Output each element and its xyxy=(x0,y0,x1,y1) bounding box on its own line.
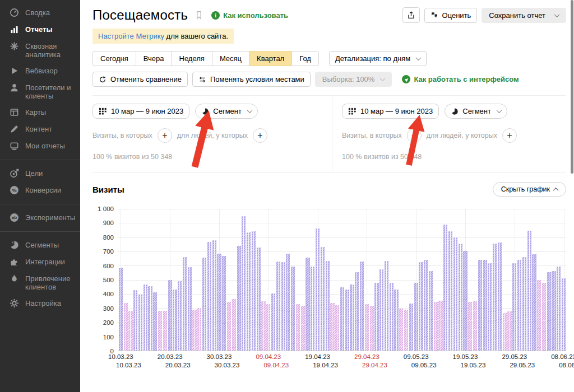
tab-месяц[interactable]: Месяц xyxy=(212,51,249,66)
sidebar-item-gear[interactable]: Настройка xyxy=(0,295,80,312)
sidebar-item-person[interactable]: Посетители и клиенты xyxy=(0,80,80,104)
x-tick-label: 29.04.23 xyxy=(354,353,379,360)
x-tick-label: 09.04.23 xyxy=(263,362,289,368)
weekend-bar xyxy=(195,310,197,351)
sidebar-divider xyxy=(0,160,80,160)
weekend-bar xyxy=(261,301,263,351)
bar-group xyxy=(212,209,217,351)
weekday-bar xyxy=(429,271,430,351)
sidebar-item-percent[interactable]: %Конверсии xyxy=(0,182,80,199)
weekday-bar xyxy=(175,290,177,351)
rate-button[interactable]: Оценить xyxy=(424,8,478,23)
sidebar-item-bar-chart[interactable]: Отчеты xyxy=(0,21,80,38)
cancel-compare-button[interactable]: Отменить сравнение xyxy=(92,72,188,87)
y-tick-label: 100 xyxy=(103,334,114,340)
weekend-bar xyxy=(505,313,507,351)
weekday-bar xyxy=(259,248,261,351)
tab-сегодня[interactable]: Сегодня xyxy=(92,51,136,66)
weekday-bar xyxy=(397,290,399,351)
x-tick-label: 30.03.23 xyxy=(207,353,232,360)
bar-group xyxy=(182,209,187,351)
add-people-condition-button[interactable]: + xyxy=(253,128,267,143)
weekday-bar xyxy=(138,295,140,351)
setup-metrica-link[interactable]: Настройте Метрику xyxy=(98,32,164,40)
tab-вчера[interactable]: Вчера xyxy=(136,51,172,66)
weekday-bar xyxy=(534,254,536,351)
weekend-bar xyxy=(441,301,443,351)
svg-text:%: % xyxy=(12,188,16,193)
weekday-bar xyxy=(525,257,526,351)
add-people-condition-button[interactable]: + xyxy=(502,128,517,143)
vertical-scrollbar[interactable] xyxy=(571,0,573,174)
sidebar-item-gauge[interactable]: Сводка xyxy=(0,4,80,21)
people-condition-label: для людей, у которых xyxy=(427,132,497,139)
sidebar-item-layout[interactable]: Карты xyxy=(0,104,80,121)
sampling-dropdown[interactable]: Выборка: 100% xyxy=(315,72,392,87)
bar-group xyxy=(276,209,281,351)
weekend-bar xyxy=(160,311,162,351)
hide-chart-button[interactable]: Скрыть график xyxy=(493,182,566,197)
sidebar-item-target[interactable]: Цели xyxy=(0,165,80,182)
weekday-bar xyxy=(153,292,155,351)
weekday-bar xyxy=(215,240,216,351)
tab-квартал[interactable]: Квартал xyxy=(249,51,292,66)
y-tick-label: 200 xyxy=(103,319,114,326)
bookmark-icon[interactable] xyxy=(195,11,203,20)
bar-group xyxy=(242,209,247,351)
sidebar-item-play[interactable]: Вебвизор xyxy=(0,63,80,80)
weekday-bar xyxy=(224,256,226,351)
weekday-bar xyxy=(480,260,482,351)
weekend-bar xyxy=(229,302,231,351)
weekend-bar xyxy=(537,280,539,351)
y-tick-label: 500 xyxy=(103,277,114,283)
sidebar-item-ab[interactable]: abЭксперименты xyxy=(0,209,80,226)
weekday-bar xyxy=(276,262,278,351)
sidebar-item-pencil[interactable]: Контент xyxy=(0,121,80,138)
bar-group xyxy=(399,209,404,351)
weekday-bar xyxy=(151,286,152,351)
sidebar-item-label: Вебвизор xyxy=(25,67,58,75)
weekday-bar xyxy=(500,242,502,351)
interface-help-link[interactable]: Как работать с интерфейсом xyxy=(402,75,519,83)
weekday-bar xyxy=(360,262,362,351)
weekend-bar xyxy=(128,311,130,351)
bar-group xyxy=(414,209,419,351)
bar-group xyxy=(340,209,345,351)
sidebar-item-monitor[interactable]: Мои отчеты xyxy=(0,138,80,155)
weekday-bar xyxy=(382,269,383,351)
gear-icon xyxy=(10,298,19,308)
weekend-bar xyxy=(232,299,234,351)
weekend-bar xyxy=(404,310,406,351)
weekday-bar xyxy=(459,244,460,351)
swap-conditions-button[interactable]: Поменять условия местами xyxy=(192,72,311,87)
sidebar-item-snowflake[interactable]: Сквозная аналитика xyxy=(0,38,80,63)
save-report-button[interactable]: Сохранить отчет xyxy=(482,8,566,23)
chart-y-axis: 1 0009008007006005004003002001000 xyxy=(92,209,118,351)
segment-button[interactable]: Сегмент xyxy=(445,104,507,119)
how-to-use-link[interactable]: i Как использовать xyxy=(211,11,288,20)
add-visit-condition-button[interactable]: + xyxy=(158,128,172,143)
bar-group xyxy=(561,209,566,351)
bar-group xyxy=(483,209,488,351)
sidebar-item-pie[interactable]: Сегменты xyxy=(0,237,80,254)
x-tick-label: 19.05.23 xyxy=(461,362,486,368)
bar-group xyxy=(286,209,291,351)
date-range-button[interactable]: 10 мар — 9 июн 2023 xyxy=(92,104,189,119)
tab-неделя[interactable]: Неделя xyxy=(172,51,212,66)
detail-dropdown[interactable]: Детализация: по дням xyxy=(329,51,427,66)
weekend-bar xyxy=(227,302,229,351)
weekday-bar xyxy=(456,237,457,351)
chevron-down-icon xyxy=(247,108,252,113)
sidebar-item-puzzle[interactable]: Интеграции xyxy=(0,254,80,270)
y-tick-label: 700 xyxy=(103,248,114,255)
tab-год[interactable]: Год xyxy=(291,51,319,66)
weekday-bar xyxy=(323,247,325,351)
weekday-bar xyxy=(170,280,172,351)
weekday-bar xyxy=(559,267,561,351)
export-button[interactable] xyxy=(402,7,420,23)
sidebar-item-flame[interactable]: Привлечение клиентов xyxy=(0,270,80,295)
bar-group xyxy=(359,209,364,351)
weekend-bar xyxy=(438,301,440,351)
bar-group xyxy=(473,209,478,351)
weekend-bar xyxy=(436,302,438,351)
